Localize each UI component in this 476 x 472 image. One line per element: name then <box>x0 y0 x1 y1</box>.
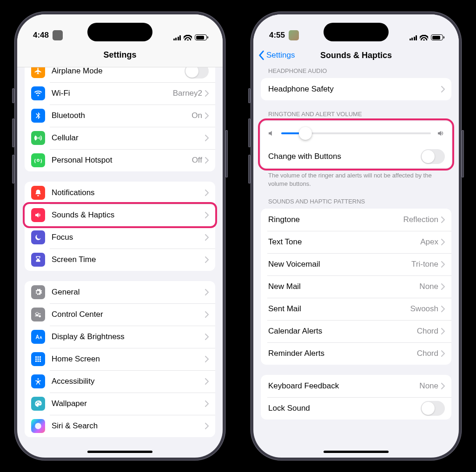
row-notifications[interactable]: Notifications <box>25 182 215 204</box>
battery-icon <box>431 34 443 40</box>
chevron-right-icon <box>205 334 209 340</box>
row-sounds-haptics[interactable]: Sounds & Haptics <box>25 204 215 226</box>
chevron-right-icon <box>205 256 209 263</box>
row-general[interactable]: General <box>25 281 215 303</box>
dynamic-island <box>324 23 389 41</box>
aa-icon <box>31 330 45 344</box>
row-label: Change with Buttons <box>268 152 421 161</box>
row-label: Personal Hotspot <box>52 156 192 165</box>
row-wi-fi[interactable]: Wi-FiBarney2 <box>25 82 215 105</box>
row-screen-time[interactable]: Screen Time <box>25 249 215 271</box>
screen-right: 4:55 Settings Sounds & Haptics HEADPHONE… <box>253 14 459 458</box>
navbar: Settings Sounds & Haptics <box>253 43 459 67</box>
chevron-right-icon <box>205 135 209 141</box>
row-accessibility[interactable]: Accessibility <box>25 370 215 393</box>
live-activity-icon <box>53 30 63 40</box>
siri-icon <box>31 419 45 433</box>
access-icon <box>31 374 45 388</box>
row-lock-sound[interactable]: Lock Sound <box>261 397 451 420</box>
moon-icon <box>31 230 45 244</box>
svg-point-1 <box>35 423 41 429</box>
wifi-icon <box>31 86 45 100</box>
toggle[interactable] <box>421 149 445 164</box>
chevron-right-icon <box>441 383 445 389</box>
row-detail: Off <box>192 156 202 165</box>
chevron-right-icon <box>205 234 209 241</box>
battery-icon <box>195 34 207 40</box>
row-reminder-alerts[interactable]: Reminder AlertsChord <box>261 342 451 365</box>
row-label: Wallpaper <box>52 399 205 408</box>
row-new-mail[interactable]: New MailNone <box>261 275 451 298</box>
row-detail: Apex <box>420 237 438 247</box>
row-label: Text Tone <box>268 237 420 247</box>
row-label: Focus <box>52 233 205 242</box>
row-label: Notifications <box>52 188 205 197</box>
back-label: Settings <box>266 51 295 60</box>
chevron-right-icon <box>441 283 445 290</box>
row-airplane-mode[interactable]: Airplane Mode <box>25 67 215 82</box>
row-wallpaper[interactable]: Wallpaper <box>25 393 215 415</box>
row-control-center[interactable]: Control Center <box>25 303 215 326</box>
row-label: Headphone Safety <box>268 85 441 94</box>
row-keyboard-feedback[interactable]: Keyboard FeedbackNone <box>261 375 451 397</box>
sounds-haptics-list[interactable]: HEADPHONE AUDIOHeadphone SafetyRINGTONE … <box>253 67 459 458</box>
hour-icon <box>31 253 45 267</box>
row-sent-mail[interactable]: Sent MailSwoosh <box>261 298 451 320</box>
svg-point-0 <box>38 378 39 380</box>
row-ringtone[interactable]: RingtoneReflection <box>261 209 451 231</box>
row-label: Bluetooth <box>52 111 192 120</box>
phone-frame-left: 4:48 Settings Airplane ModeWi-FiBarney2B… <box>14 12 225 460</box>
row-cellular[interactable]: Cellular <box>25 127 215 149</box>
chevron-right-icon <box>205 112 209 119</box>
row-new-voicemail[interactable]: New VoicemailTri-tone <box>261 253 451 275</box>
grid-icon <box>31 352 45 366</box>
row-siri-search[interactable]: Siri & Search <box>25 415 215 437</box>
home-indicator[interactable] <box>87 451 152 453</box>
row-label: Calendar Alerts <box>268 327 417 336</box>
row-home-screen[interactable]: Home Screen <box>25 348 215 370</box>
chevron-right-icon <box>441 216 445 223</box>
page-title: Sounds & Haptics <box>320 51 392 60</box>
toggle[interactable] <box>185 67 209 79</box>
row-label: Ringtone <box>268 215 403 224</box>
speaker-high-icon <box>436 129 445 138</box>
home-indicator[interactable] <box>324 451 389 453</box>
row-calendar-alerts[interactable]: Calendar AlertsChord <box>261 320 451 342</box>
row-label: Siri & Search <box>52 421 205 431</box>
row-detail: Chord <box>417 327 438 336</box>
row-detail: None <box>419 381 438 391</box>
speaker-low-icon <box>267 129 276 138</box>
chevron-right-icon <box>441 261 445 268</box>
row-display-brightness[interactable]: Display & Brightness <box>25 326 215 348</box>
chevron-right-icon <box>441 306 445 312</box>
screen-left: 4:48 Settings Airplane ModeWi-FiBarney2B… <box>17 14 223 458</box>
row-headphone-safety[interactable]: Headphone Safety <box>261 78 451 100</box>
wifi-icon <box>420 34 428 40</box>
row-bluetooth[interactable]: BluetoothOn <box>25 105 215 127</box>
row-label: Cellular <box>52 133 205 143</box>
status-time: 4:55 <box>269 31 285 40</box>
back-button[interactable]: Settings <box>258 43 295 67</box>
settings-list[interactable]: Airplane ModeWi-FiBarney2BluetoothOnCell… <box>17 67 223 458</box>
row-label: Control Center <box>52 310 205 319</box>
row-detail: Tri-tone <box>411 260 438 269</box>
row-label: Reminder Alerts <box>268 349 417 358</box>
row-label: Display & Brightness <box>52 332 205 341</box>
navbar: Settings <box>17 43 223 67</box>
chevron-right-icon <box>441 239 445 245</box>
row-text-tone[interactable]: Text ToneApex <box>261 231 451 253</box>
row-detail: Reflection <box>403 215 438 224</box>
chevron-right-icon <box>205 289 209 295</box>
chevron-right-icon <box>205 90 209 97</box>
toggle[interactable] <box>421 401 445 416</box>
volume-slider[interactable] <box>281 132 431 134</box>
row-detail: Chord <box>417 349 438 358</box>
row-personal-hotspot[interactable]: Personal HotspotOff <box>25 149 215 171</box>
row-focus[interactable]: Focus <box>25 226 215 249</box>
chevron-right-icon <box>205 356 209 362</box>
section-header: HEADPHONE AUDIO <box>261 67 451 78</box>
chevron-right-icon <box>205 311 209 318</box>
row-change-with-buttons[interactable]: Change with Buttons <box>261 145 451 168</box>
row-detail: None <box>419 282 438 291</box>
section-header: RINGTONE AND ALERT VOLUME <box>261 111 451 121</box>
